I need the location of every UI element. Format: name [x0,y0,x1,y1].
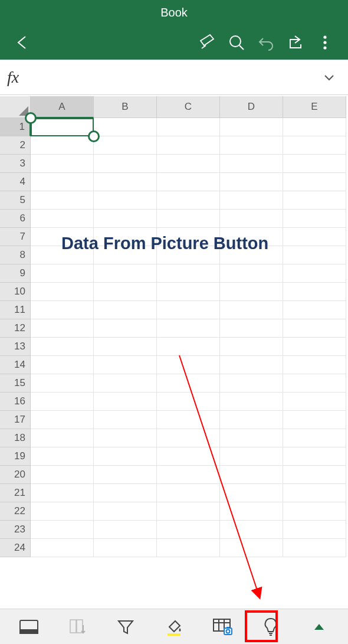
cell[interactable] [283,210,346,228]
cell[interactable] [283,136,346,155]
back-button[interactable] [8,28,38,57]
cell[interactable] [283,191,346,210]
search-button[interactable] [222,28,251,57]
cell[interactable] [220,136,283,155]
cell[interactable] [283,356,346,374]
cell[interactable] [220,502,283,521]
row-header[interactable]: 9 [0,264,31,283]
cell[interactable] [94,374,157,393]
cell[interactable] [220,484,283,502]
cell[interactable] [31,173,94,191]
cell[interactable] [283,374,346,393]
cell[interactable] [94,539,157,557]
sort-button[interactable] [61,612,94,642]
row-header[interactable]: 12 [0,319,31,338]
ideas-button[interactable] [254,612,287,642]
cell[interactable] [157,429,220,447]
cell[interactable] [220,338,283,356]
cell[interactable] [94,429,157,447]
cell[interactable] [157,447,220,466]
cell[interactable] [31,319,94,338]
row-header[interactable]: 8 [0,246,31,264]
cell[interactable] [283,429,346,447]
row-header[interactable]: 11 [0,301,31,319]
edit-pen-button[interactable] [192,28,222,57]
row-header[interactable]: 7 [0,228,31,246]
cell[interactable] [94,411,157,429]
cell[interactable] [220,301,283,319]
cell[interactable] [157,374,220,393]
row-header[interactable]: 14 [0,356,31,374]
cell[interactable] [157,191,220,210]
cell[interactable] [283,521,346,539]
cell[interactable] [94,338,157,356]
cell[interactable] [283,393,346,411]
cell[interactable] [283,502,346,521]
cell[interactable] [31,484,94,502]
cell[interactable] [31,155,94,173]
formula-input[interactable] [31,60,317,94]
spreadsheet-grid[interactable]: A B C D E 1 2 3 4 5 6 7 8 9 10 11 12 13 … [0,96,348,610]
cell[interactable] [94,319,157,338]
cell[interactable] [157,301,220,319]
row-header[interactable]: 10 [0,283,31,301]
row-header[interactable]: 6 [0,210,31,228]
cell[interactable] [31,502,94,521]
cell[interactable] [220,411,283,429]
expand-up-button[interactable] [303,612,336,642]
cell[interactable] [31,118,94,136]
cell[interactable] [31,411,94,429]
cell[interactable] [157,155,220,173]
cell[interactable] [94,264,157,283]
cell[interactable] [283,466,346,484]
cell[interactable] [94,393,157,411]
cell[interactable] [283,484,346,502]
cell[interactable] [31,264,94,283]
fill-color-button[interactable] [157,612,191,642]
expand-formula-button[interactable] [317,70,341,84]
row-header[interactable]: 18 [0,429,31,447]
cell[interactable] [157,264,220,283]
cell[interactable] [220,173,283,191]
row-header[interactable]: 17 [0,411,31,429]
cell[interactable] [157,466,220,484]
cell[interactable] [283,228,346,246]
row-header[interactable]: 15 [0,374,31,393]
cell[interactable] [94,521,157,539]
cell[interactable] [283,173,346,191]
cell[interactable] [157,136,220,155]
row-header[interactable]: 19 [0,447,31,466]
cell[interactable] [283,447,346,466]
cell[interactable] [283,539,346,557]
more-menu-button[interactable] [310,28,340,57]
formula-bar[interactable]: fx [0,60,348,95]
cell[interactable] [157,484,220,502]
cell[interactable] [31,338,94,356]
row-header[interactable]: 24 [0,539,31,557]
cell[interactable] [283,301,346,319]
col-header-C[interactable]: C [157,96,220,118]
row-header[interactable]: 4 [0,173,31,191]
cell[interactable] [157,521,220,539]
cell[interactable] [31,356,94,374]
row-header[interactable]: 5 [0,191,31,210]
col-header-A[interactable]: A [31,96,94,118]
cell[interactable] [157,283,220,301]
cell[interactable] [94,191,157,210]
row-header[interactable]: 3 [0,155,31,173]
cell[interactable] [31,301,94,319]
col-header-D[interactable]: D [220,96,283,118]
cell[interactable] [94,155,157,173]
cell[interactable] [31,393,94,411]
cell[interactable] [220,539,283,557]
cell[interactable] [157,393,220,411]
col-header-B[interactable]: B [94,96,157,118]
cell[interactable] [220,447,283,466]
cell[interactable] [220,191,283,210]
cell[interactable] [220,283,283,301]
row-header[interactable]: 13 [0,338,31,356]
row-header[interactable]: 1 [0,118,31,136]
cell[interactable] [31,283,94,301]
cell[interactable] [220,521,283,539]
cell[interactable] [94,301,157,319]
